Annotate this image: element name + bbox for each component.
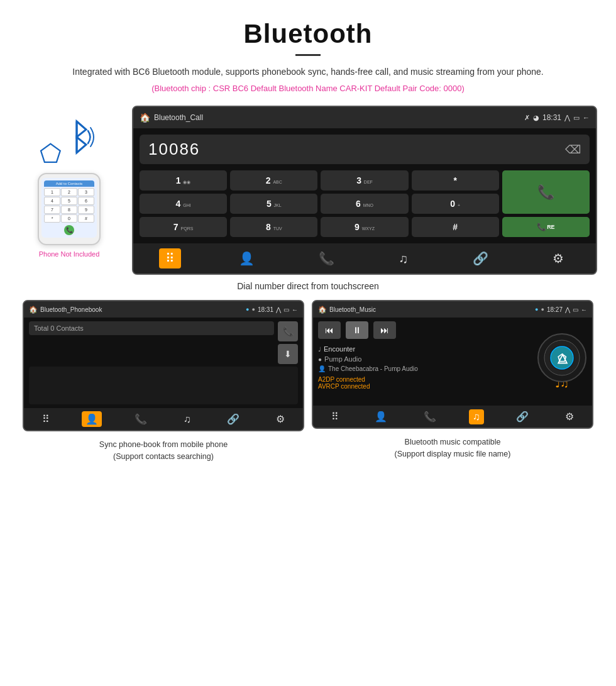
topbar-time: 18:31 <box>542 113 561 122</box>
music-controls: ⏮ ⏸ ⏭ <box>318 321 532 339</box>
phonebook-actions: 📞 ⬇ <box>278 321 298 364</box>
pb-bottom-music[interactable]: ♫ <box>180 412 195 427</box>
phone-key-hash: # <box>78 214 94 223</box>
svg-marker-0 <box>77 121 86 137</box>
dial-key-2[interactable]: 2 ABC <box>230 170 317 191</box>
dialpad-input-row: 10086 ⌫ <box>140 135 590 164</box>
dial-key-6[interactable]: 6 MNO <box>321 194 408 214</box>
connected-labels: A2DP connected AVRCP connected <box>318 376 532 390</box>
topbar-icons: ✗ ◕ 18:31 ⋀ ▭ ← <box>524 113 590 122</box>
dial-key-7[interactable]: 7 PQRS <box>140 217 227 237</box>
phone-call-button[interactable]: 📞 <box>64 225 74 235</box>
phonebook-call-button[interactable]: 📞 <box>278 321 298 341</box>
track-name-row: ♩ Encounter <box>318 344 532 354</box>
window-icon: ▭ <box>573 114 580 122</box>
pb-bottom-link[interactable]: 🔗 <box>223 411 243 427</box>
music-panel: 🏠 Bluetooth_Music ● ● 18:27 ⋀ ▭ ← ⏮ ⏸ <box>308 300 597 469</box>
phone-mock-screen: Add to Contacts 1 2 3 4 5 6 7 8 9 * 0 # … <box>41 178 97 238</box>
music-topbar-title: Bluetooth_Music <box>329 306 532 313</box>
pb-bottom-dialpad[interactable]: ⠿ <box>38 411 53 427</box>
backspace-button[interactable]: ⌫ <box>565 143 581 157</box>
album-icon: ● <box>318 356 322 363</box>
pb-bottom-contacts[interactable]: 👤 <box>82 411 102 427</box>
bluetooth-status-icon: ✗ <box>524 114 530 122</box>
phone-key-3: 3 <box>78 188 94 196</box>
track-note-icon: ♩ <box>318 346 321 353</box>
bluetooth-icon: ⬠ <box>40 139 62 168</box>
dialpad-body: 10086 ⌫ 1 ◉◉ 2 ABC 3 DEF * 📞 4 GHI 5 JKL… <box>133 128 596 243</box>
music-disc-area: △ ⬠ ♩♫ <box>537 321 587 402</box>
dial-key-1-sub: ◉◉ <box>183 180 190 184</box>
track-name: Encounter <box>324 345 355 353</box>
dial-key-3[interactable]: 3 DEF <box>321 170 408 191</box>
page-header: Bluetooth Integrated with BC6 Bluetooth … <box>0 0 616 106</box>
bottom-icon-link[interactable]: 🔗 <box>466 248 495 268</box>
dial-key-9[interactable]: 9 WXYZ <box>321 217 408 237</box>
phonebook-screen: 🏠 Bluetooth_Phonebook ● ● 18:31 ⋀ ▭ ← To… <box>23 300 304 431</box>
dialpad-bottombar: ⠿ 👤 📞 ♫ 🔗 ⚙ <box>133 243 596 274</box>
bluetooth-svg-icon <box>64 118 99 162</box>
phonebook-topbar: 🏠 Bluetooth_Phonebook ● ● 18:31 ⋀ ▭ ← <box>24 301 303 318</box>
bottom-panels: 🏠 Bluetooth_Phonebook ● ● 18:31 ⋀ ▭ ← To… <box>0 300 616 469</box>
bluetooth-icon-area: ⬠ <box>40 118 99 168</box>
expand-icon: ⋀ <box>564 114 570 122</box>
dial-key-1[interactable]: 1 ◉◉ <box>140 170 227 191</box>
phonebook-download-button[interactable]: ⬇ <box>278 344 298 364</box>
page-chips: (Bluetooth chip : CSR BC6 Default Blueto… <box>38 84 578 93</box>
bottom-icon-settings[interactable]: ⚙ <box>546 248 570 268</box>
music-bottom-music[interactable]: ♫ <box>469 409 484 424</box>
dialpad-topbar: 🏠 Bluetooth_Call ✗ ◕ 18:31 ⋀ ▭ ← <box>133 107 596 128</box>
phone-key-2: 2 <box>61 188 77 196</box>
bottom-icon-call[interactable]: 📞 <box>312 248 341 268</box>
dial-key-7-sub: PQRS <box>181 226 194 231</box>
dial-key-0[interactable]: 0 + <box>412 194 499 214</box>
dial-key-5[interactable]: 5 JKL <box>230 194 317 214</box>
dial-key-4[interactable]: 4 GHI <box>140 194 227 214</box>
music-bottombar: ⠿ 👤 📞 ♫ 🔗 ⚙ <box>313 406 592 428</box>
prev-button[interactable]: ⏮ <box>318 321 341 339</box>
bottom-icon-contacts[interactable]: 👤 <box>233 248 261 268</box>
svg-marker-1 <box>77 137 86 153</box>
phone-mockup: Add to Contacts 1 2 3 4 5 6 7 8 9 * 0 # … <box>38 173 101 245</box>
dial-key-star[interactable]: * <box>412 170 499 191</box>
music-back-icon: ← <box>581 306 587 313</box>
music-caption: Bluetooth music compatible (Support disp… <box>312 434 593 467</box>
phone-not-included-label: Phone Not Included <box>39 250 100 258</box>
pb-bottom-call[interactable]: 📞 <box>131 411 151 427</box>
dial-key-hash[interactable]: # <box>412 217 499 237</box>
dial-key-9-sub: WXYZ <box>362 226 375 231</box>
pb-topbar-icons: ● ● 18:31 ⋀ ▭ ← <box>246 306 298 313</box>
phone-key-9: 9 <box>78 206 94 214</box>
phone-key-7: 7 <box>44 206 60 214</box>
phone-key-1: 1 <box>44 188 60 196</box>
back-icon: ← <box>583 114 590 121</box>
dial-key-8[interactable]: 8 TUV <box>230 217 317 237</box>
pb-time: 18:31 <box>258 306 273 313</box>
next-button[interactable]: ⏭ <box>373 321 396 339</box>
music-expand-icon: ⋀ <box>565 306 570 313</box>
car-dialpad-screen: 🏠 Bluetooth_Call ✗ ◕ 18:31 ⋀ ▭ ← 10086 ⌫… <box>132 106 597 275</box>
page-subtitle: Integrated with BC6 Bluetooth module, su… <box>38 65 578 79</box>
avrcp-label: AVRCP connected <box>318 383 532 390</box>
phonebook-search-input[interactable]: Total 0 Contacts <box>29 321 274 335</box>
artist-icon: 👤 <box>318 365 326 372</box>
play-button[interactable]: ⏸ <box>346 321 368 339</box>
dial-key-6-sub: MNO <box>363 203 373 207</box>
bottom-icon-music[interactable]: ♫ <box>393 249 415 268</box>
music-player: ⏮ ⏸ ⏭ ♩ Encounter ● Pump Audio 👤 <box>313 318 592 406</box>
music-bottom-call[interactable]: 📞 <box>420 409 440 424</box>
music-bottom-dialpad[interactable]: ⠿ <box>327 409 343 424</box>
dial-call-button[interactable]: 📞 <box>502 170 590 214</box>
music-bottom-settings[interactable]: ⚙ <box>561 409 578 424</box>
music-bottom-contacts[interactable]: 👤 <box>371 409 391 424</box>
phonebook-content: Total 0 Contacts 📞 ⬇ <box>29 321 298 364</box>
artist-row: 👤 The Cheebacabra - Pump Audio <box>318 364 532 373</box>
phonebook-panel: 🏠 Bluetooth_Phonebook ● ● 18:31 ⋀ ▭ ← To… <box>19 300 308 469</box>
pb-bottom-settings[interactable]: ⚙ <box>272 411 289 427</box>
dial-recall-button[interactable]: 📞RE <box>502 217 590 237</box>
phone-call-button-area: 📞 <box>44 225 94 235</box>
music-bottom-link[interactable]: 🔗 <box>512 409 532 424</box>
bottom-icon-dialpad[interactable]: ⠿ <box>159 248 181 268</box>
phone-key-6: 6 <box>78 197 94 205</box>
album-row: ● Pump Audio <box>318 354 532 364</box>
